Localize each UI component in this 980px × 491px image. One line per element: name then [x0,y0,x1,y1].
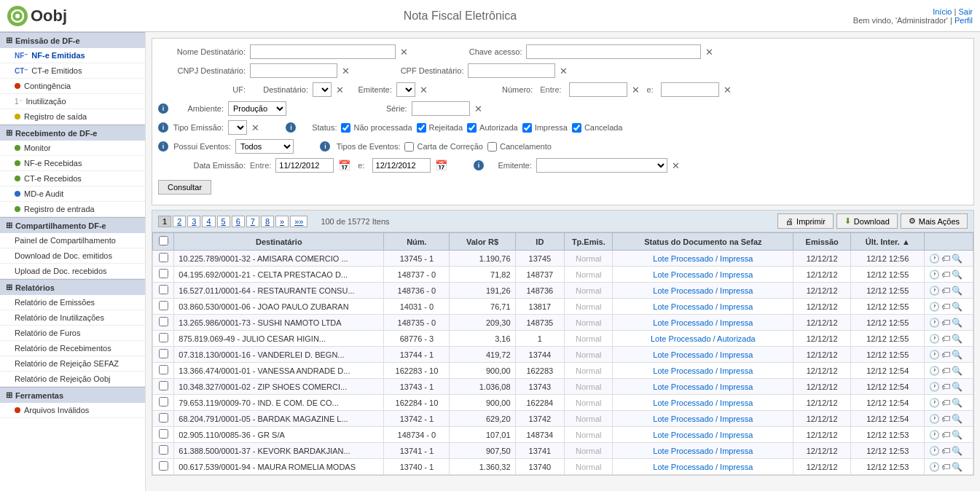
data-fim-input[interactable] [372,158,431,173]
sidebar-item-download-doc[interactable]: Download de Doc. emitidos [0,248,145,264]
serie-input[interactable] [412,101,470,116]
row-tag-icon[interactable]: 🏷 [941,286,950,296]
status-nao-processada-check[interactable] [341,123,350,133]
row-search-icon[interactable]: 🔍 [952,350,963,360]
clear-emitente2[interactable]: ✕ [672,160,680,171]
row-search-icon[interactable]: 🔍 [952,398,963,408]
row-checkbox[interactable] [159,461,168,471]
row-clock-icon[interactable]: 🕐 [929,366,940,376]
data-inicio-input[interactable] [275,158,334,173]
sidebar-item-relatorio-inutilizacoes[interactable]: Relatório de Inutilizações [0,310,145,326]
sidebar-item-registro-saida[interactable]: Registro de saída [0,109,145,125]
row-search-icon[interactable]: 🔍 [952,318,963,328]
status-rejeitada-check[interactable] [417,123,426,133]
sidebar-item-nfe-recebidas[interactable]: NF-e Recebidas [0,156,145,171]
status-impressa-check[interactable] [522,123,532,133]
row-checkbox[interactable] [159,253,168,262]
download-button[interactable]: ⬇ Download [836,213,898,229]
row-clock-icon[interactable]: 🕐 [929,270,940,280]
row-checkbox[interactable] [159,365,168,374]
clear-tipo-emissao[interactable]: ✕ [251,122,259,133]
row-checkbox[interactable] [159,349,168,358]
clear-numero-fim[interactable]: ✕ [724,85,732,95]
sidebar-item-arquivos-invalidos[interactable]: Arquivos Inválidos [0,403,145,418]
row-tag-icon[interactable]: 🏷 [941,254,950,264]
row-tag-icon[interactable]: 🏷 [941,350,950,360]
row-tag-icon[interactable]: 🏷 [941,302,950,312]
possui-eventos-select[interactable]: Todos [235,139,294,154]
sidebar-item-inutilizacao[interactable]: 1⁻ Inutilização [0,94,145,109]
row-checkbox[interactable] [159,413,168,423]
carta-correcao-check[interactable] [404,142,414,152]
mais-acoes-button[interactable]: ⚙ Mais Ações [901,213,968,229]
row-checkbox[interactable] [159,381,168,390]
emitente-select[interactable] [396,82,415,97]
sidebar-item-upload-doc[interactable]: Upload de Doc. recebidos [0,264,145,279]
sidebar-item-registro-entrada[interactable]: Registro de entrada [0,202,145,217]
tipo-emissao-select[interactable] [228,120,247,135]
row-tag-icon[interactable]: 🏷 [941,334,950,344]
sidebar-item-monitor[interactable]: Monitor [0,141,145,156]
numero-fim-input[interactable] [661,82,719,97]
sidebar-item-mde-audit[interactable]: MD-e Audit [0,186,145,202]
sair-link[interactable]: Sair [958,7,973,16]
sidebar-item-relatorio-rejeicao-oobj[interactable]: Relatório de Rejeição Oobj [0,372,145,387]
row-tag-icon[interactable]: 🏷 [941,430,950,440]
row-search-icon[interactable]: 🔍 [952,430,963,440]
row-search-icon[interactable]: 🔍 [952,462,963,472]
row-tag-icon[interactable]: 🏷 [941,398,950,408]
status-cancelada-check[interactable] [572,123,581,133]
page-3-button[interactable]: 3 [187,216,200,227]
page-1-button[interactable]: 1 [158,216,171,227]
row-tag-icon[interactable]: 🏷 [941,318,950,328]
row-tag-icon[interactable]: 🏷 [941,382,950,392]
calendar-start-icon[interactable]: 📅 [338,160,350,171]
destinatario-select[interactable] [313,82,332,97]
row-checkbox[interactable] [159,301,168,310]
row-clock-icon[interactable]: 🕐 [929,286,940,296]
row-tag-icon[interactable]: 🏷 [941,366,950,376]
row-search-icon[interactable]: 🔍 [952,414,963,424]
status-autorizada-check[interactable] [467,123,477,133]
row-tag-icon[interactable]: 🏷 [941,462,950,472]
clear-destinatario[interactable]: ✕ [336,85,344,95]
sidebar-item-cte-emitidos[interactable]: CT⁻ CT-e Emitidos [0,63,145,79]
sidebar-item-relatorio-rejeicao-sefaz[interactable]: Relatório de Rejeição SEFAZ [0,356,145,372]
imprimir-button[interactable]: 🖨 Imprimir [777,213,834,229]
row-clock-icon[interactable]: 🕐 [929,334,940,344]
page-next-button[interactable]: » [275,216,289,227]
row-clock-icon[interactable]: 🕐 [929,254,940,264]
row-clock-icon[interactable]: 🕐 [929,430,940,440]
page-5-button[interactable]: 5 [217,216,230,227]
row-checkbox[interactable] [159,317,168,326]
cnpj-destinatario-input[interactable] [250,63,337,78]
sidebar-item-relatorio-emissoes[interactable]: Relatório de Emissões [0,295,145,310]
row-clock-icon[interactable]: 🕐 [929,398,940,408]
row-clock-icon[interactable]: 🕐 [929,302,940,312]
sidebar-item-nfe-emitidas[interactable]: NF⁻ NF-e Emitidas [0,48,145,63]
row-search-icon[interactable]: 🔍 [952,334,963,344]
nome-destinatario-input[interactable] [250,44,396,59]
clear-serie[interactable]: ✕ [474,103,482,114]
sidebar-item-painel-compartilhamento[interactable]: Painel de Compartilhamento [0,233,145,248]
sidebar-item-relatorio-furos[interactable]: Relatório de Furos [0,326,145,341]
clear-cnpj[interactable]: ✕ [342,66,350,76]
consultar-button[interactable]: Consultar [158,180,211,195]
page-last-button[interactable]: »» [290,216,307,227]
chave-acesso-input[interactable] [526,44,701,59]
row-search-icon[interactable]: 🔍 [952,366,963,376]
page-7-button[interactable]: 7 [246,216,259,227]
perfil-link[interactable]: Perfil [954,16,973,25]
row-search-icon[interactable]: 🔍 [952,446,963,456]
clear-nome-destinatario[interactable]: ✕ [400,47,408,58]
clear-numero-inicio[interactable]: ✕ [632,85,640,95]
page-4-button[interactable]: 4 [202,216,215,227]
row-checkbox[interactable] [159,397,168,406]
row-tag-icon[interactable]: 🏷 [941,270,950,280]
row-search-icon[interactable]: 🔍 [952,382,963,392]
sidebar-item-relatorio-recebimentos[interactable]: Relatório de Recebimentos [0,341,145,356]
page-2-button[interactable]: 2 [173,216,186,227]
sidebar-item-cte-recebidos[interactable]: CT-e Recebidos [0,171,145,186]
clear-chave-acesso[interactable]: ✕ [705,47,713,58]
row-search-icon[interactable]: 🔍 [952,286,963,296]
